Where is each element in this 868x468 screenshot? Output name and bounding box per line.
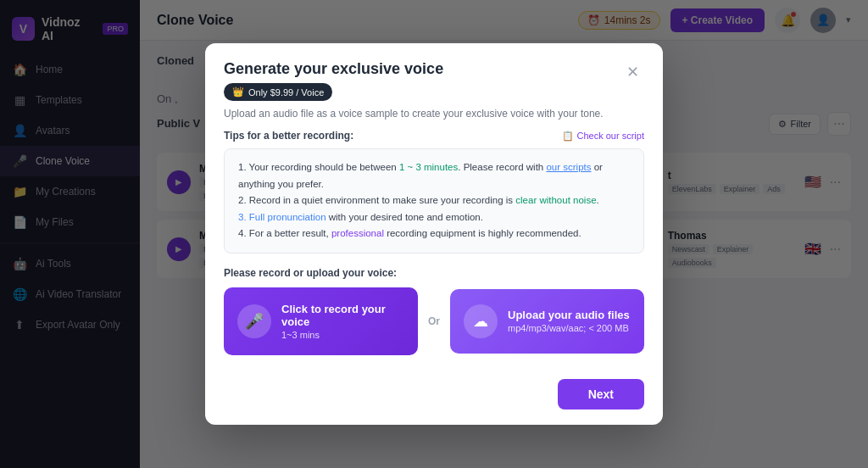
or-divider: Or bbox=[428, 315, 440, 327]
price-text: Only $9.99 / Voice bbox=[248, 87, 324, 98]
tip-text: recording equipment is highly recommende… bbox=[384, 228, 581, 238]
modal-title-area: Generate your exclusive voice 👑 Only $9.… bbox=[224, 60, 620, 120]
record-btn-main: Click to record your voice bbox=[281, 303, 404, 328]
tips-label: Tips for a better recording: bbox=[224, 130, 353, 142]
record-btn-sub: 1~3 mins bbox=[281, 330, 404, 340]
tip-item-2: 2. Record in a quiet environment to make… bbox=[238, 192, 630, 209]
modal-close-button[interactable]: ✕ bbox=[620, 60, 644, 84]
tip-text: . Please record with bbox=[458, 162, 546, 172]
upload-icon: ☁ bbox=[464, 304, 498, 338]
record-btn-text: Click to record your voice 1~3 mins bbox=[281, 303, 404, 340]
upload-audio-button[interactable]: ☁ Upload your audio files mp4/mp3/wav/aa… bbox=[450, 289, 644, 354]
tip-item-3: 3. Full pronunciation with your desired … bbox=[238, 209, 630, 226]
tip-highlight: clear without noise bbox=[515, 195, 596, 205]
check-script-text: Check our script bbox=[577, 131, 644, 141]
tip-text: with your desired tone and emotion. bbox=[326, 212, 483, 222]
next-button[interactable]: Next bbox=[558, 379, 644, 410]
modal-footer: Next bbox=[205, 369, 663, 425]
tip-highlight: 3. Full pronunciation bbox=[238, 212, 326, 222]
microphone-icon: 🎤 bbox=[237, 304, 271, 338]
tip-text: 4. For a better result, bbox=[238, 228, 331, 238]
our-scripts-link[interactable]: our scripts bbox=[546, 162, 591, 172]
record-voice-button[interactable]: 🎤 Click to record your voice 1~3 mins bbox=[224, 287, 418, 355]
tips-list: 1. Your recording should be between 1 ~ … bbox=[238, 159, 630, 242]
upload-btn-main: Upload your audio files bbox=[508, 309, 630, 321]
tips-header: Tips for a better recording: 📋 Check our… bbox=[224, 130, 644, 142]
record-options: 🎤 Click to record your voice 1~3 mins Or… bbox=[224, 287, 644, 355]
modal-title: Generate your exclusive voice bbox=[224, 60, 620, 78]
upload-btn-sub: mp4/mp3/wav/aac; < 200 MB bbox=[508, 323, 630, 333]
tip-highlight: 1 ~ 3 minutes bbox=[399, 162, 458, 172]
tip-text: 1. Your recording should be between bbox=[238, 162, 399, 172]
tips-box: 1. Your recording should be between 1 ~ … bbox=[224, 148, 644, 254]
tip-text: 2. Record in a quiet environment to make… bbox=[238, 195, 515, 205]
record-label: Please record or upload your voice: bbox=[224, 267, 644, 279]
upload-btn-text: Upload your audio files mp4/mp3/wav/aac;… bbox=[508, 309, 630, 333]
modal-overlay[interactable]: Generate your exclusive voice 👑 Only $9.… bbox=[0, 0, 868, 468]
tip-item-4: 4. For a better result, professional rec… bbox=[238, 226, 630, 242]
tip-item-1: 1. Your recording should be between 1 ~ … bbox=[238, 159, 630, 192]
modal-subtitle: Upload an audio file as a voice sample t… bbox=[224, 108, 620, 120]
modal-price-badge: 👑 Only $9.99 / Voice bbox=[224, 83, 332, 101]
tip-highlight: professional bbox=[331, 228, 384, 238]
script-icon: 📋 bbox=[562, 131, 574, 142]
check-script-link[interactable]: 📋 Check our script bbox=[562, 131, 644, 142]
generate-voice-modal: Generate your exclusive voice 👑 Only $9.… bbox=[205, 43, 663, 425]
tip-text: . bbox=[597, 195, 599, 205]
modal-body: Tips for a better recording: 📋 Check our… bbox=[205, 130, 663, 369]
crown-icon: 👑 bbox=[232, 86, 244, 98]
modal-header: Generate your exclusive voice 👑 Only $9.… bbox=[205, 43, 663, 130]
